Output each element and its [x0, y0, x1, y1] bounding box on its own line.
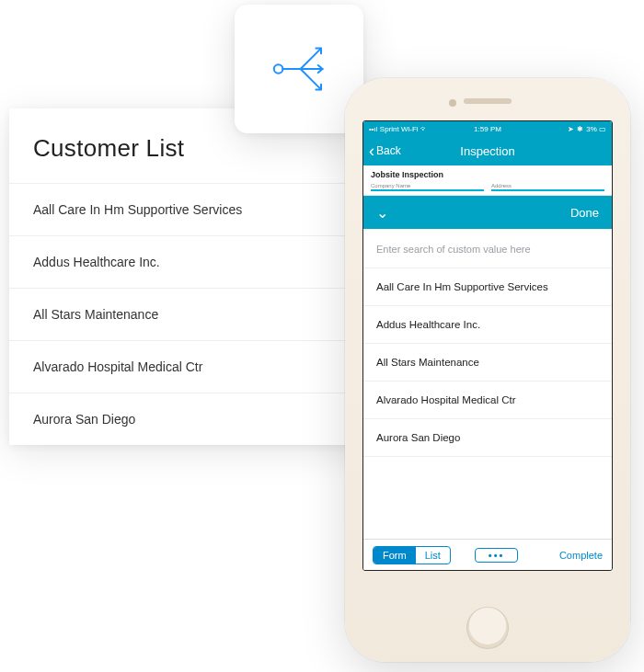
list-item[interactable]: All Stars Maintenance [363, 344, 612, 382]
page-title: Inspection [460, 144, 514, 158]
done-button[interactable]: Done [570, 206, 599, 220]
address-field[interactable]: Address [491, 183, 604, 191]
battery-status: 3% ▭ [586, 125, 606, 133]
list-tab[interactable]: List [416, 547, 450, 564]
search-row [363, 229, 612, 268]
list-item[interactable]: Addus Healthcare Inc. [363, 306, 612, 344]
status-carrier: ••ıl Sprint Wi-Fi ᯤ [369, 125, 428, 133]
svg-point-0 [274, 64, 283, 74]
list-item[interactable]: Aall Care In Hm Supportive Services [363, 268, 612, 306]
view-segment: Form List [373, 546, 451, 564]
back-label: Back [376, 144, 401, 157]
more-button[interactable]: ••• [475, 548, 519, 563]
form-tab[interactable]: Form [374, 547, 416, 564]
phone-speaker [464, 98, 512, 104]
nav-bar: ‹ Back Inspection [363, 136, 612, 165]
list-item[interactable]: Addus Healthcare Inc. [9, 235, 391, 288]
list-item[interactable]: Aall Care In Hm Supportive Services [9, 183, 391, 235]
branch-icon-tile [235, 5, 363, 133]
chevron-left-icon: ‹ [369, 142, 374, 159]
phone-screen: ••ıl Sprint Wi-Fi ᯤ 1:59 PM ➤ ✱ 3% ▭ ‹ B… [362, 120, 613, 571]
list-item[interactable]: Aurora San Diego [9, 393, 391, 445]
status-bar: ••ıl Sprint Wi-Fi ᯤ 1:59 PM ➤ ✱ 3% ▭ [363, 121, 612, 136]
list-item[interactable]: All Stars Maintenance [9, 288, 391, 340]
form-title: Jobsite Inspection [371, 170, 604, 179]
picker-toolbar: ⌄ Done [363, 196, 612, 229]
list-item[interactable]: Alvarado Hospital Medical Ctr [363, 382, 612, 419]
complete-button[interactable]: Complete [559, 550, 603, 561]
company-name-field[interactable]: Company Name [371, 183, 484, 191]
location-icon: ➤ [568, 125, 574, 133]
list-item[interactable]: Alvarado Hospital Medical Ctr [9, 340, 391, 393]
list-item[interactable]: Aurora San Diego [363, 419, 612, 457]
search-input[interactable] [376, 244, 599, 255]
phone-mockup: ••ıl Sprint Wi-Fi ᯤ 1:59 PM ➤ ✱ 3% ▭ ‹ B… [345, 78, 630, 662]
options-list: Aall Care In Hm Supportive Services Addu… [363, 268, 612, 539]
customer-list-card: Customer List Aall Care In Hm Supportive… [9, 108, 391, 445]
home-button[interactable] [466, 607, 509, 649]
back-button[interactable]: ‹ Back [369, 142, 401, 159]
phone-camera [449, 99, 456, 107]
bluetooth-icon: ✱ [577, 125, 583, 133]
chevron-down-icon[interactable]: ⌄ [376, 204, 388, 222]
bottom-toolbar: Form List ••• Complete [363, 539, 612, 570]
branch-icon [262, 32, 336, 106]
form-header: Jobsite Inspection Company Name Address [363, 165, 612, 196]
